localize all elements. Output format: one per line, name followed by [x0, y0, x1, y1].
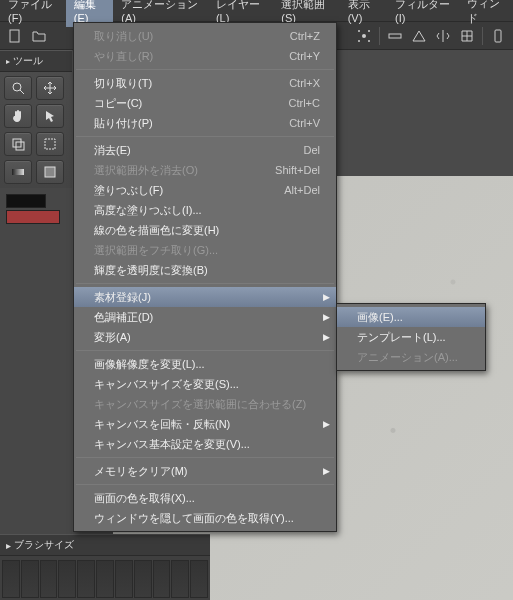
brush-preset[interactable] [58, 560, 76, 598]
menu-item-label: 選択範囲をフチ取り(G)... [94, 243, 320, 258]
menu-item-label: キャンバス基本設定を変更(V)... [94, 437, 320, 452]
menu-item-shortcut: Del [303, 144, 320, 156]
edit-menu-item[interactable]: キャンバスを回転・反転(N)▶ [74, 414, 336, 434]
menu-item-label: 画面の色を取得(X)... [94, 491, 320, 506]
color-swatch[interactable] [6, 194, 66, 224]
menu-view[interactable]: 表示(V) [340, 0, 387, 27]
menu-item-shortcut: Ctrl+V [289, 117, 320, 129]
edit-menu-item[interactable]: キャンバスサイズを変更(S)... [74, 374, 336, 394]
svg-rect-13 [45, 167, 55, 177]
edit-menu-item[interactable]: メモリをクリア(M)▶ [74, 461, 336, 481]
menubar: ファイル(F) 編集(E) アニメーション(A) レイヤー(L) 選択範囲(S)… [0, 0, 513, 22]
edit-menu-item[interactable]: 素材登録(J)▶ [74, 287, 336, 307]
edit-menu-item[interactable]: 消去(E)Del [74, 140, 336, 160]
edit-menu-item[interactable]: 画像解像度を変更(L)... [74, 354, 336, 374]
background-color[interactable] [6, 210, 60, 224]
menu-item-label: 取り消し(U) [94, 29, 290, 44]
svg-rect-10 [16, 142, 24, 150]
foreground-color[interactable] [6, 194, 46, 208]
menu-item-shortcut: Ctrl+Y [289, 50, 320, 62]
edit-menu-item[interactable]: キャンバス基本設定を変更(V)... [74, 434, 336, 454]
toolbar-perspective-icon[interactable] [408, 25, 430, 47]
edit-menu-item[interactable]: 切り取り(T)Ctrl+X [74, 73, 336, 93]
brush-preset[interactable] [40, 560, 58, 598]
edit-menu-item: 取り消し(U)Ctrl+Z [74, 26, 336, 46]
toolbar-smartphone-icon[interactable] [487, 25, 509, 47]
tool-marquee[interactable] [36, 132, 64, 156]
menu-item-shortcut: Ctrl+C [289, 97, 320, 109]
edit-menu-item[interactable]: 高度な塗りつぶし(I)... [74, 200, 336, 220]
toolbar-grid-icon[interactable] [456, 25, 478, 47]
svg-rect-12 [12, 169, 24, 175]
edit-menu-item[interactable]: 画面の色を取得(X)... [74, 488, 336, 508]
brush-panel-title: ブラシサイズ [14, 538, 74, 552]
tool-fill[interactable] [36, 160, 64, 184]
menu-item-label: キャンバスサイズを選択範囲に合わせる(Z) [94, 397, 320, 412]
edit-menu-item[interactable]: 線の色を描画色に変更(H) [74, 220, 336, 240]
collapse-icon[interactable]: ▸ [6, 540, 11, 551]
edit-menu-item[interactable]: 貼り付け(P)Ctrl+V [74, 113, 336, 133]
submenu-arrow-icon: ▶ [323, 332, 330, 342]
svg-point-3 [368, 30, 370, 32]
tool-gradient[interactable] [4, 160, 32, 184]
menu-item-shortcut: Ctrl+Z [290, 30, 320, 42]
collapse-icon[interactable]: ▸ [6, 57, 10, 66]
tool-magnify[interactable] [4, 76, 32, 100]
menu-item-label: 消去(E) [94, 143, 303, 158]
edit-menu-item[interactable]: 輝度を透明度に変換(B) [74, 260, 336, 280]
tool-operation[interactable] [36, 104, 64, 128]
brush-preset[interactable] [21, 560, 39, 598]
edit-menu-item: やり直し(R)Ctrl+Y [74, 46, 336, 66]
svg-point-2 [358, 30, 360, 32]
toolbar-snap-icon[interactable] [353, 25, 375, 47]
brush-preset[interactable] [153, 560, 171, 598]
brush-preset[interactable] [171, 560, 189, 598]
submenu-item[interactable]: 画像(E)... [337, 307, 485, 327]
material-register-submenu: 画像(E)...テンプレート(L)...アニメーション(A)... [336, 303, 486, 371]
brush-preset[interactable] [77, 560, 95, 598]
tool-move[interactable] [36, 76, 64, 100]
svg-point-5 [368, 40, 370, 42]
menu-item-label: キャンバスを回転・反転(N) [94, 417, 320, 432]
menu-item-label: 線の色を描画色に変更(H) [94, 223, 320, 238]
menu-item-label: 輝度を透明度に変換(B) [94, 263, 320, 278]
edit-menu-dropdown: 取り消し(U)Ctrl+Zやり直し(R)Ctrl+Y切り取り(T)Ctrl+Xコ… [73, 22, 337, 532]
tool-layermove[interactable] [4, 132, 32, 156]
edit-menu-item: 選択範囲をフチ取り(G)... [74, 240, 336, 260]
brush-size-panel: ▸ブラシサイズ [0, 534, 210, 600]
menu-item-label: ウィンドウを隠して画面の色を取得(Y)... [94, 511, 320, 526]
brush-preset[interactable] [190, 560, 208, 598]
menu-item-label: テンプレート(L)... [357, 330, 469, 345]
toolbar-ruler-icon[interactable] [384, 25, 406, 47]
menu-item-label: 素材登録(J) [94, 290, 320, 305]
edit-menu-item[interactable]: 色調補正(D)▶ [74, 307, 336, 327]
menu-item-shortcut: Ctrl+X [289, 77, 320, 89]
menu-filter[interactable]: フィルター(I) [387, 0, 459, 27]
edit-menu-item[interactable]: コピー(C)Ctrl+C [74, 93, 336, 113]
toolbar-open-icon[interactable] [28, 25, 50, 47]
svg-point-4 [358, 40, 360, 42]
edit-menu-item[interactable]: ウィンドウを隠して画面の色を取得(Y)... [74, 508, 336, 528]
tool-hand[interactable] [4, 104, 32, 128]
edit-menu-item[interactable]: 変形(A)▶ [74, 327, 336, 347]
submenu-arrow-icon: ▶ [323, 466, 330, 476]
brush-preset[interactable] [96, 560, 114, 598]
submenu-arrow-icon: ▶ [323, 312, 330, 322]
toolbar-symmetry-icon[interactable] [432, 25, 454, 47]
menu-item-label: 高度な塗りつぶし(I)... [94, 203, 320, 218]
brush-preset[interactable] [2, 560, 20, 598]
svg-point-8 [13, 83, 21, 91]
menu-item-label: キャンバスサイズを変更(S)... [94, 377, 320, 392]
svg-rect-11 [45, 139, 55, 149]
svg-rect-7 [495, 30, 501, 42]
submenu-item[interactable]: テンプレート(L)... [337, 327, 485, 347]
brush-preset[interactable] [134, 560, 152, 598]
menu-item-label: アニメーション(A)... [357, 350, 469, 365]
toolbar-new-icon[interactable] [4, 25, 26, 47]
menu-item-label: 画像(E)... [357, 310, 469, 325]
edit-menu-item[interactable]: 塗りつぶし(F)Alt+Del [74, 180, 336, 200]
brush-preset[interactable] [115, 560, 133, 598]
menu-file[interactable]: ファイル(F) [0, 0, 66, 27]
menu-item-label: 選択範囲外を消去(O) [94, 163, 275, 178]
menu-item-label: 貼り付け(P) [94, 116, 289, 131]
